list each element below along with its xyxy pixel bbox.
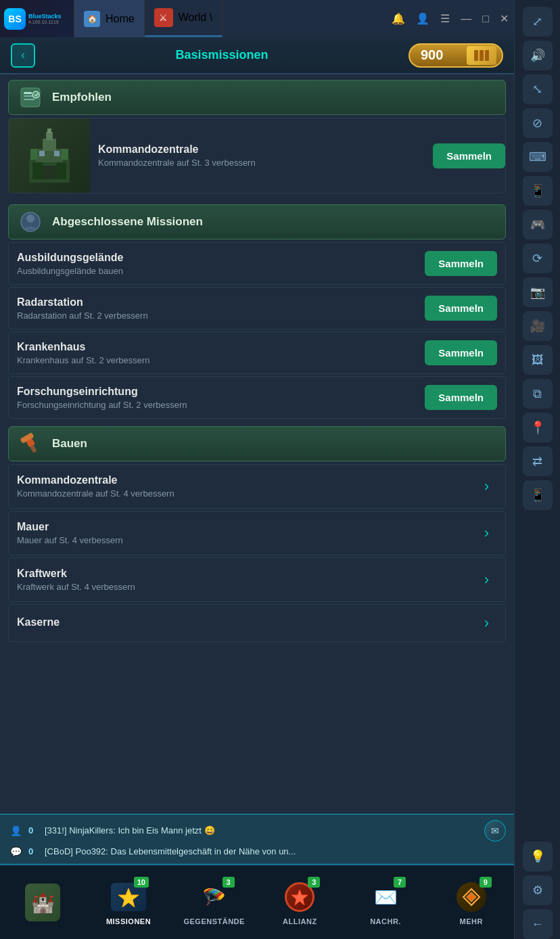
- gamepad-icon[interactable]: 🎮: [523, 210, 553, 239]
- mission-desc-krankenhaus: Krankenhaus auf St. 2 verbessern: [17, 355, 417, 365]
- mission-thumbnail: [9, 118, 90, 193]
- chat-count-1: 0: [28, 825, 39, 835]
- tab-world[interactable]: ⚔ World \: [145, 0, 223, 37]
- video-icon[interactable]: 🎥: [523, 311, 553, 341]
- mission-desc-ausbildung: Ausbildungsgelände bauen: [17, 266, 417, 276]
- location-icon[interactable]: 📍: [523, 413, 553, 442]
- tablet-icon[interactable]: 📱: [523, 176, 553, 206]
- nav-item-allianz[interactable]: 3 ALLIANZ: [257, 866, 343, 939]
- chevron-right-icon: ›: [484, 478, 497, 495]
- featured-sammeln-button[interactable]: Sammeln: [433, 143, 505, 168]
- svg-rect-3: [24, 99, 34, 100]
- chat-row-2: 💬 0 [CBoD] Poo392: Das Lebensmittelgesch…: [8, 844, 506, 859]
- close-icon[interactable]: ✕: [500, 12, 509, 25]
- minimize-icon[interactable]: —: [461, 13, 471, 25]
- title-bar-actions: 🔔 👤 ☰ — □ ✕: [392, 12, 514, 25]
- allianz-badge: 3: [308, 877, 320, 888]
- page-title: Basismissionen: [35, 48, 409, 62]
- svg-rect-16: [54, 151, 60, 156]
- world-game-icon: ⚔: [154, 8, 173, 27]
- rotate-icon[interactable]: ⟳: [523, 244, 553, 273]
- gold-amount: 900: [415, 47, 443, 63]
- nav-item-mehr[interactable]: 9 MEHR: [428, 866, 514, 939]
- missionen-label: MISSIONEN: [106, 917, 151, 925]
- completed-title: Abgeschlossene Missionen: [52, 215, 203, 229]
- bauen-section-header: Bauen: [8, 426, 506, 461]
- home-icon: 🏠: [84, 11, 100, 27]
- bulb-icon[interactable]: 💡: [523, 842, 553, 871]
- expand-arrows-icon[interactable]: ⤢: [523, 7, 553, 37]
- keyboard-icon[interactable]: ⌨: [523, 142, 553, 172]
- mission-desc-forschung: Forschungseinrichtung auf St. 2 verbesse…: [17, 400, 417, 410]
- mehr-label: MEHR: [460, 917, 483, 925]
- sammeln-button-ausbildung[interactable]: Sammeln: [425, 251, 497, 276]
- sammeln-button-radar[interactable]: Sammeln: [425, 296, 497, 321]
- mission-info-krankenhaus: Krankenhaus Krankenhaus auf St. 2 verbes…: [17, 341, 417, 365]
- recommended-section-header: Empfohlen: [8, 80, 506, 115]
- chat-message-icon[interactable]: ✉: [484, 820, 506, 842]
- phone-icon[interactable]: 📱: [523, 480, 553, 510]
- scroll-content[interactable]: Empfohlen: [0, 74, 514, 865]
- resize-icon[interactable]: ⤡: [523, 74, 553, 104]
- nav-item-missionen[interactable]: 10 MISSIONEN: [86, 866, 172, 939]
- volume-icon[interactable]: 🔊: [523, 41, 553, 70]
- mission-desc-radar: Radarstation auf St. 2 verbessern: [17, 311, 417, 321]
- nav-item-base[interactable]: 🏰: [0, 866, 86, 939]
- mission-item-radar: Radarstation Radarstation auf St. 2 verb…: [8, 287, 506, 329]
- bauen-item-kommando[interactable]: Kommandozentrale Kommandozentrale auf St…: [8, 464, 506, 509]
- allianz-icon: 3: [282, 879, 317, 915]
- completed-section-header: Abgeschlossene Missionen: [8, 204, 506, 239]
- user-icon[interactable]: 👤: [416, 12, 429, 25]
- svg-rect-9: [43, 139, 56, 151]
- settings-icon[interactable]: ⚙: [523, 875, 553, 905]
- bauen-title-kommando: Kommandozentrale: [17, 474, 484, 486]
- tab-home-label: Home: [106, 13, 135, 25]
- tab-home[interactable]: 🏠 Home: [74, 0, 145, 37]
- missionen-badge: 10: [134, 877, 149, 888]
- mission-info-radar: Radarstation Radarstation auf St. 2 verb…: [17, 296, 417, 321]
- back-arrow-icon[interactable]: ←: [523, 909, 553, 939]
- camera-icon[interactable]: 📷: [523, 277, 553, 307]
- nav-item-gegenstaende[interactable]: 🪂 3 GEGENSTÄNDE: [171, 866, 257, 939]
- mission-title-krankenhaus: Krankenhaus: [17, 341, 417, 353]
- mission-item-forschung: Forschungseinrichtung Forschungseinricht…: [8, 376, 506, 419]
- bauen-item-mauer[interactable]: Mauer Mauer auf St. 4 verbessern ›: [8, 511, 506, 555]
- bauen-title-kaserne: Kaserne: [17, 616, 484, 628]
- gegenstaende-label: GEGENSTÄNDE: [183, 917, 244, 925]
- gold-display: 900: [409, 43, 503, 68]
- transfer-icon[interactable]: ⇄: [523, 446, 553, 476]
- mission-item-krankenhaus: Krankenhaus Krankenhaus auf St. 2 verbes…: [8, 331, 506, 374]
- bauen-desc-kommando: Kommandozentrale auf St. 4 verbessern: [17, 488, 484, 499]
- chevron-right-icon: ›: [484, 524, 497, 542]
- image-icon[interactable]: 🖼: [523, 345, 553, 375]
- bauen-item-kaserne[interactable]: Kaserne ›: [8, 604, 506, 642]
- svg-rect-15: [39, 151, 45, 156]
- bauen-desc-kraftwerk: Kraftwerk auf St. 4 verbessern: [17, 582, 484, 592]
- bauen-info-mauer: Mauer Mauer auf St. 4 verbessern: [17, 521, 484, 545]
- chat-person-icon: 👤: [8, 823, 23, 838]
- title-bar: BS BlueStacks 4.160.10.1119 🏠 Home ⚔ Wor…: [0, 0, 514, 37]
- sammeln-button-krankenhaus[interactable]: Sammeln: [425, 340, 497, 365]
- bauen-title-kraftwerk: Kraftwerk: [17, 568, 484, 580]
- bauen-item-kraftwerk[interactable]: Kraftwerk Kraftwerk auf St. 4 verbessern…: [8, 557, 506, 602]
- bauen-info-kaserne: Kaserne: [17, 616, 484, 631]
- menu-icon[interactable]: ☰: [440, 12, 450, 25]
- chat-bar: 👤 0 [331!] NinjaKillers: Ich bin Eis Man…: [0, 814, 514, 865]
- main-content: ‹ Basismissionen 900: [0, 37, 514, 939]
- nav-item-nachrichten[interactable]: ✉️ 7 NACHR.: [343, 866, 429, 939]
- mission-title-forschung: Forschungseinrichtung: [17, 386, 417, 398]
- svg-rect-18: [62, 149, 68, 160]
- back-button[interactable]: ‹: [11, 43, 35, 68]
- svg-rect-1: [24, 92, 32, 94]
- missionen-icon: 10: [111, 879, 146, 915]
- no-icon[interactable]: ⊘: [523, 108, 553, 138]
- maximize-icon[interactable]: □: [482, 13, 489, 25]
- svg-rect-17: [30, 149, 37, 160]
- bluestacks-icon: BS: [4, 8, 26, 30]
- sammeln-button-forschung[interactable]: Sammeln: [425, 385, 497, 410]
- bell-icon[interactable]: 🔔: [392, 12, 405, 25]
- featured-mission: Kommandozentrale Kommandozentrale auf St…: [8, 118, 506, 193]
- gegenstaende-icon: 🪂 3: [197, 879, 232, 915]
- copy-icon[interactable]: ⧉: [523, 379, 553, 409]
- mission-info: Ausbildungsgelände Ausbildungsgelände ba…: [17, 252, 417, 276]
